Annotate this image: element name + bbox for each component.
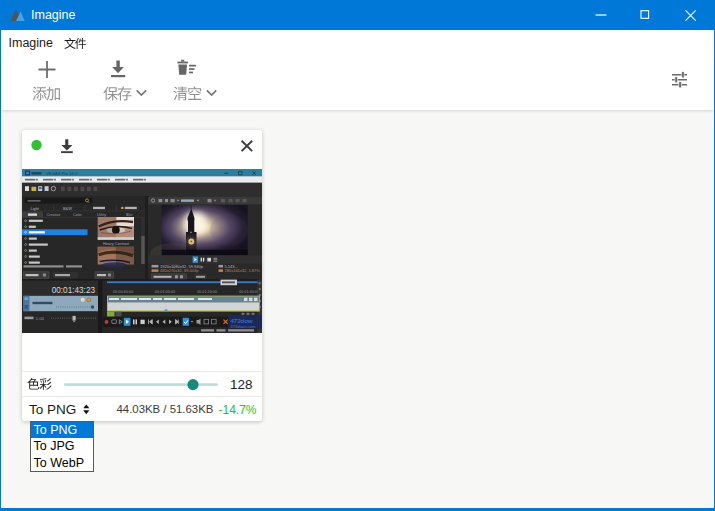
svg-text:473down.com: 473down.com xyxy=(231,324,257,329)
svg-text:473dow: 473dow xyxy=(230,318,253,324)
svg-text:00:00:40:00: 00:00:40:00 xyxy=(113,290,133,294)
svg-text:Light: Light xyxy=(31,206,40,211)
svg-text:00:01:43:23: 00:01:43:23 xyxy=(52,286,96,295)
svg-text:Utility: Utility xyxy=(97,213,106,217)
svg-text:Color: Color xyxy=(73,213,83,217)
svg-text:286x161x32, 1.87%: 286x161x32, 1.87% xyxy=(225,268,261,273)
svg-text:480x270x32, 69.003p: 480x270x32, 69.003p xyxy=(160,268,199,273)
svg-text:00:01:40:00: 00:01:40:00 xyxy=(239,290,259,294)
svg-text:Creative: Creative xyxy=(47,213,61,217)
svg-text:Blur: Blur xyxy=(126,213,133,217)
svg-text:00:01:00:00: 00:01:00:00 xyxy=(155,290,175,294)
svg-text:1.00: 1.00 xyxy=(36,316,45,321)
svg-text:B&W: B&W xyxy=(63,206,72,211)
svg-text:Heavy Contrast: Heavy Contrast xyxy=(103,242,130,246)
svg-text:00:01:20:00: 00:01:20:00 xyxy=(197,290,217,294)
svg-text:- VEGAS Pro 16.0: - VEGAS Pro 16.0 xyxy=(44,171,79,176)
